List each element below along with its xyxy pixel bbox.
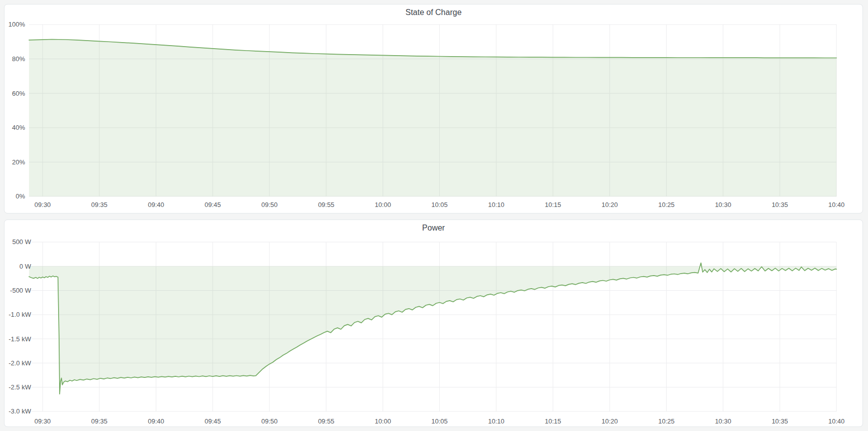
y-tick-label: 80% <box>12 55 25 63</box>
y-tick-label: 100% <box>9 21 26 28</box>
state-of-charge-chart[interactable]: 0%20%40%60%80%100%09:3009:3509:4009:4509… <box>5 5 862 213</box>
x-tick-label: 10:00 <box>375 417 391 425</box>
y-tick-label: 500 W <box>12 238 31 246</box>
x-tick-label: 09:35 <box>91 417 107 425</box>
x-tick-label: 10:40 <box>828 417 844 425</box>
x-tick-label: 09:55 <box>318 201 334 208</box>
x-tick-label: 10:10 <box>488 417 504 425</box>
x-tick-label: 10:05 <box>431 201 447 208</box>
y-tick-label: 0 W <box>20 263 32 270</box>
x-tick-label: 10:00 <box>375 201 391 208</box>
y-tick-label: 60% <box>12 90 25 97</box>
y-tick-label: -3.0 kW <box>9 407 31 415</box>
x-tick-label: 09:30 <box>35 417 51 425</box>
x-tick-label: 10:40 <box>828 201 844 208</box>
x-tick-label: 09:30 <box>35 201 51 208</box>
y-tick-label: 40% <box>12 124 25 131</box>
panel-state-of-charge: State of Charge 0%20%40%60%80%100%09:300… <box>4 4 863 213</box>
x-tick-label: 10:30 <box>715 417 731 425</box>
series-area <box>29 40 836 197</box>
x-tick-label: 09:45 <box>204 417 220 425</box>
y-tick-label: -500 W <box>10 287 32 294</box>
x-tick-label: 10:20 <box>602 201 618 208</box>
dashboard: State of Charge 0%20%40%60%80%100%09:300… <box>0 0 868 431</box>
x-tick-label: 10:35 <box>772 201 788 208</box>
series-area <box>29 263 836 394</box>
x-tick-label: 09:35 <box>91 201 107 208</box>
x-tick-label: 10:35 <box>772 417 788 425</box>
y-tick-label: -1.5 kW <box>9 335 31 343</box>
panel-power: Power 500 W0 W-500 W-1.0 kW-1.5 kW-2.0 k… <box>4 220 863 427</box>
x-tick-label: 09:40 <box>148 417 164 425</box>
x-tick-label: 10:30 <box>715 201 731 208</box>
x-tick-label: 09:45 <box>204 201 220 208</box>
x-tick-label: 10:25 <box>658 417 674 425</box>
x-tick-label: 10:05 <box>431 417 447 425</box>
y-tick-label: -2.0 kW <box>9 359 31 367</box>
x-tick-label: 09:40 <box>148 201 164 208</box>
y-tick-label: -2.5 kW <box>9 383 31 391</box>
x-tick-label: 10:25 <box>658 201 674 208</box>
y-tick-label: 20% <box>12 158 25 166</box>
x-tick-label: 09:50 <box>261 417 277 425</box>
x-tick-label: 10:15 <box>545 417 561 425</box>
x-tick-label: 10:15 <box>545 201 561 208</box>
y-tick-label: 0% <box>16 192 25 200</box>
x-tick-label: 10:20 <box>602 417 618 425</box>
y-tick-label: -1.0 kW <box>9 311 31 318</box>
x-tick-label: 10:10 <box>488 201 504 208</box>
power-chart[interactable]: 500 W0 W-500 W-1.0 kW-1.5 kW-2.0 kW-2.5 … <box>5 220 862 426</box>
x-tick-label: 09:50 <box>261 201 277 208</box>
x-tick-label: 09:55 <box>318 417 334 425</box>
